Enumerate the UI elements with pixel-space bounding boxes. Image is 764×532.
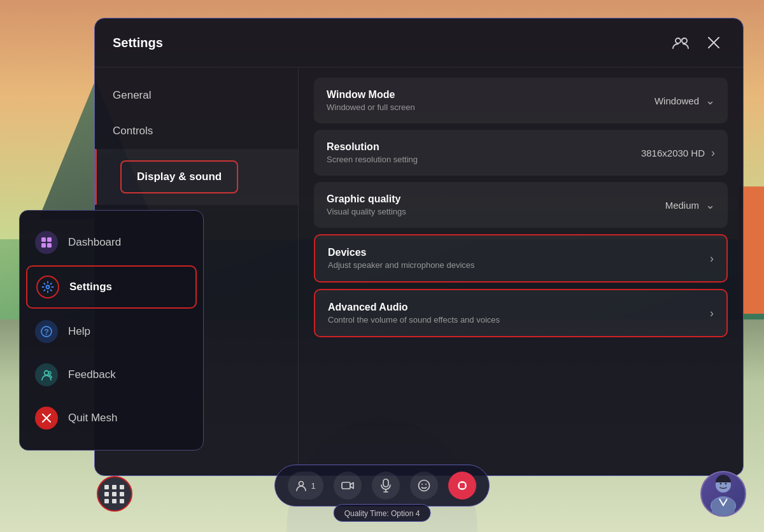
people-link-icon[interactable] bbox=[669, 31, 692, 54]
setting-value-graphic-quality: Medium ⌄ bbox=[665, 198, 715, 212]
setting-info-graphic-quality: Graphic quality Visual quality settings bbox=[327, 193, 665, 216]
svg-point-22 bbox=[425, 484, 427, 485]
svg-rect-7 bbox=[47, 243, 52, 248]
dashboard-icon bbox=[35, 231, 58, 254]
setting-row-resolution[interactable]: Resolution Screen resolution setting 381… bbox=[314, 130, 728, 176]
close-button[interactable] bbox=[702, 31, 725, 54]
setting-row-window-mode[interactable]: Window Mode Windowed or full screen Wind… bbox=[314, 78, 728, 123]
svg-point-28 bbox=[725, 483, 727, 485]
nav-item-display-sound[interactable]: Display & sound bbox=[95, 149, 298, 205]
svg-point-27 bbox=[720, 483, 722, 485]
svg-rect-24 bbox=[460, 483, 465, 488]
quit-icon bbox=[35, 407, 58, 430]
settings-header: Settings bbox=[95, 18, 743, 67]
svg-rect-4 bbox=[41, 237, 46, 242]
setting-row-devices[interactable]: Devices Adjust speaker and microphone de… bbox=[314, 234, 728, 283]
taskbar-mic-button[interactable] bbox=[372, 472, 400, 500]
menu-item-settings[interactable]: Settings bbox=[26, 265, 197, 309]
svg-rect-29 bbox=[712, 499, 735, 515]
menu-item-feedback[interactable]: Feedback bbox=[20, 353, 203, 396]
setting-info-resolution: Resolution Screen resolution setting bbox=[327, 141, 641, 164]
svg-point-20 bbox=[418, 480, 429, 491]
quality-pill-label: Quality Time: Option 4 bbox=[344, 509, 420, 518]
apps-grid-icon bbox=[104, 485, 125, 503]
side-menu: Dashboard Settings ? Help bbox=[19, 210, 204, 451]
svg-text:?: ? bbox=[44, 327, 49, 337]
setting-value-devices: › bbox=[710, 252, 714, 265]
chevron-down-icon-2: ⌄ bbox=[705, 198, 715, 212]
setting-row-advanced-audio[interactable]: Advanced Audio Control the volume of sou… bbox=[314, 289, 728, 337]
menu-item-help[interactable]: ? Help bbox=[20, 310, 203, 353]
setting-value-window-mode: Windowed ⌄ bbox=[654, 94, 715, 108]
svg-point-0 bbox=[676, 38, 681, 43]
setting-row-graphic-quality[interactable]: Graphic quality Visual quality settings … bbox=[314, 182, 728, 228]
quality-time-pill: Quality Time: Option 4 bbox=[334, 504, 431, 522]
svg-point-15 bbox=[299, 482, 304, 486]
setting-value-resolution: 3816x2030 HD › bbox=[641, 146, 715, 160]
feedback-icon bbox=[35, 363, 58, 386]
svg-rect-17 bbox=[383, 479, 388, 487]
menu-item-dashboard[interactable]: Dashboard bbox=[20, 221, 203, 264]
settings-content: Window Mode Windowed or full screen Wind… bbox=[299, 67, 743, 475]
svg-point-21 bbox=[421, 484, 423, 485]
setting-info-window-mode: Window Mode Windowed or full screen bbox=[327, 89, 654, 112]
setting-info-devices: Devices Adjust speaker and microphone de… bbox=[328, 247, 710, 270]
taskbar: 1 bbox=[274, 465, 489, 507]
apps-button[interactable] bbox=[97, 476, 132, 512]
svg-point-12 bbox=[48, 372, 51, 374]
taskbar-record-button[interactable] bbox=[448, 472, 476, 500]
svg-point-8 bbox=[46, 286, 50, 289]
nav-item-controls[interactable]: Controls bbox=[95, 113, 298, 149]
taskbar-emoji-button[interactable] bbox=[410, 472, 438, 500]
setting-info-advanced-audio: Advanced Audio Control the volume of sou… bbox=[328, 302, 710, 325]
svg-rect-5 bbox=[47, 237, 52, 242]
nav-item-general[interactable]: General bbox=[95, 78, 298, 113]
people-count: 1 bbox=[311, 481, 315, 491]
svg-rect-6 bbox=[41, 243, 46, 248]
avatar-button[interactable] bbox=[700, 471, 746, 517]
chevron-right-icon-2: › bbox=[710, 252, 714, 265]
svg-rect-16 bbox=[342, 482, 350, 489]
settings-icon bbox=[36, 276, 59, 298]
taskbar-people-button[interactable]: 1 bbox=[288, 472, 323, 500]
chevron-right-icon-3: › bbox=[710, 307, 714, 320]
chevron-right-icon: › bbox=[711, 146, 715, 160]
settings-title: Settings bbox=[113, 36, 163, 50]
settings-header-icons bbox=[669, 31, 725, 54]
taskbar-camera-button[interactable] bbox=[334, 472, 362, 500]
help-icon: ? bbox=[35, 320, 58, 343]
menu-item-quit-mesh[interactable]: Quit Mesh bbox=[20, 396, 203, 440]
chevron-down-icon: ⌄ bbox=[705, 94, 715, 108]
setting-value-advanced-audio: › bbox=[710, 307, 714, 320]
